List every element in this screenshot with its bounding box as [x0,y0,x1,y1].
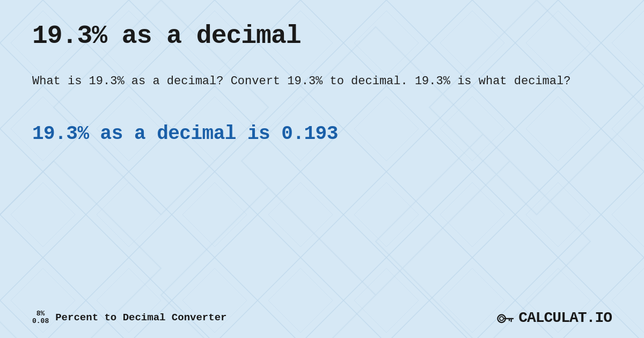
footer-label: Percent to Decimal Converter [55,312,226,324]
logo-text: CALCULAT.IO [518,310,612,326]
svg-point-10 [500,317,503,320]
logo-area: CALCULAT.IO [495,308,612,327]
result-text: 19.3% as a decimal is 0.193 [32,123,612,145]
result-section: 19.3% as a decimal is 0.193 [32,123,612,145]
footer-left: 8% 0.08 Percent to Decimal Converter [32,310,226,326]
logo-icon [495,308,514,327]
description-text: What is 19.3% as a decimal? Convert 19.3… [32,72,612,91]
percent-icon: 8% 0.08 [32,310,49,326]
page-title: 19.3% as a decimal [32,21,612,50]
percent-top: 8% [36,310,45,318]
percent-bottom: 0.08 [32,318,49,325]
footer: 8% 0.08 Percent to Decimal Converter CAL… [32,308,612,327]
